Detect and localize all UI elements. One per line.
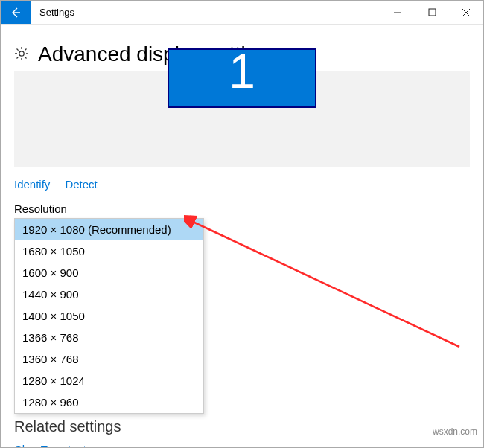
display-actions: Identify Detect	[14, 167, 470, 202]
window-controls	[380, 1, 483, 24]
display-preview: 1	[14, 71, 470, 167]
resolution-label: Resolution	[14, 202, 470, 215]
resolution-option[interactable]: 1280 × 1024	[15, 370, 203, 391]
watermark: wsxdn.com	[433, 426, 477, 437]
resolution-dropdown-list: 1920 × 1080 (Recommended)1680 × 10501600…	[14, 218, 204, 414]
resolution-option[interactable]: 1366 × 768	[15, 327, 203, 348]
resolution-option[interactable]: 1280 × 960	[15, 391, 203, 413]
gear-icon	[14, 46, 29, 63]
minimize-icon	[393, 8, 402, 17]
svg-rect-0	[429, 9, 436, 16]
resolution-option[interactable]: 1440 × 900	[15, 284, 203, 305]
identify-link[interactable]: Identify	[14, 178, 50, 191]
arrow-left-icon	[10, 7, 22, 19]
svg-point-1	[19, 51, 24, 55]
content-area: Advanced display settings 1 Identify Det…	[1, 25, 483, 448]
cleartype-link[interactable]: ClearType text	[14, 443, 470, 448]
title-bar: Settings	[1, 1, 483, 25]
monitor-number: 1	[229, 48, 255, 95]
resolution-option[interactable]: 1600 × 900	[15, 262, 203, 284]
close-button[interactable]	[449, 1, 483, 24]
monitor-thumbnail[interactable]: 1	[168, 48, 316, 108]
detect-link[interactable]: Detect	[65, 178, 97, 191]
resolution-option[interactable]: 1920 × 1080 (Recommended)	[15, 219, 203, 240]
resolution-option[interactable]: 1360 × 768	[15, 348, 203, 370]
resolution-option[interactable]: 1400 × 1050	[15, 305, 203, 327]
back-button[interactable]	[1, 1, 31, 24]
window-title: Settings	[31, 1, 380, 24]
related-settings-heading: Related settings	[14, 418, 470, 435]
maximize-button[interactable]	[415, 1, 449, 24]
resolution-dropdown[interactable]: 1920 × 1080 (Recommended)1680 × 10501600…	[14, 218, 204, 414]
maximize-icon	[428, 8, 436, 16]
resolution-option[interactable]: 1680 × 1050	[15, 240, 203, 262]
close-icon	[462, 8, 471, 17]
minimize-button[interactable]	[380, 1, 415, 24]
